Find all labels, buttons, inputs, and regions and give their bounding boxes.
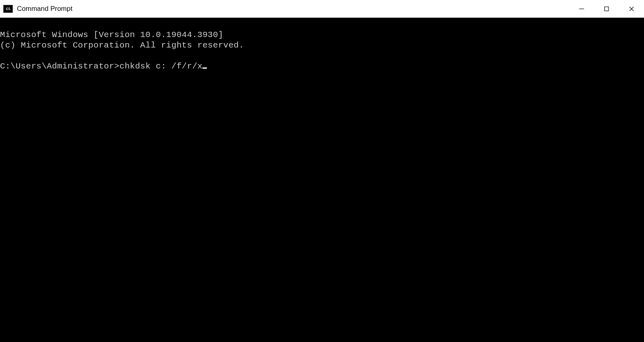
cmd-icon: C:\. xyxy=(3,5,13,13)
close-button[interactable] xyxy=(619,0,644,17)
maximize-icon xyxy=(604,6,609,12)
title-left: C:\. Command Prompt xyxy=(0,5,72,13)
svg-rect-1 xyxy=(605,7,609,11)
terminal-line-copyright: (c) Microsoft Corporation. All rights re… xyxy=(0,41,244,50)
close-icon xyxy=(629,6,634,12)
title-bar[interactable]: C:\. Command Prompt xyxy=(0,0,644,18)
window-title: Command Prompt xyxy=(17,5,72,13)
terminal-line-version: Microsoft Windows [Version 10.0.19044.39… xyxy=(0,30,223,39)
terminal-cursor xyxy=(202,67,207,69)
minimize-icon xyxy=(579,6,584,12)
window-controls xyxy=(569,0,644,17)
minimize-button[interactable] xyxy=(569,0,594,17)
terminal-command: chkdsk c: /f/r/x xyxy=(120,62,202,71)
terminal-prompt: C:\Users\Administrator> xyxy=(0,62,120,71)
maximize-button[interactable] xyxy=(594,0,619,17)
terminal-prompt-line: C:\Users\Administrator>chkdsk c: /f/r/x xyxy=(0,62,207,71)
terminal-output[interactable]: Microsoft Windows [Version 10.0.19044.39… xyxy=(0,18,644,342)
